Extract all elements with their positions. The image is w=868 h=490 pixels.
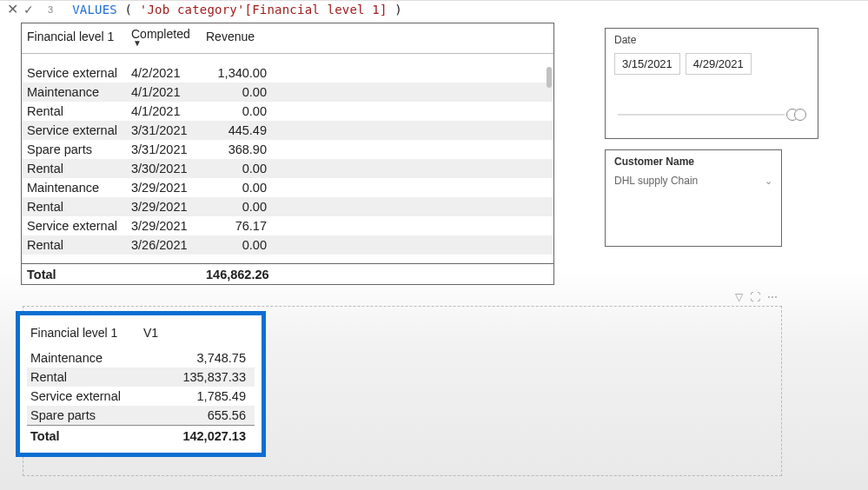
cell-revenue: 0.00 xyxy=(201,235,279,255)
cell-value: 3,748.75 xyxy=(140,348,255,368)
cell-category: Service external xyxy=(22,216,126,235)
cell-value: 655.56 xyxy=(140,406,255,426)
cell-revenue: 76.17 xyxy=(201,216,279,235)
date-slider-track[interactable] xyxy=(618,114,785,116)
table-row[interactable]: Rental3/30/20210.00 xyxy=(22,159,553,178)
summary-total-label: Total xyxy=(27,426,140,447)
cell-date: 3/29/2021 xyxy=(126,197,201,216)
cell-category: Rental xyxy=(22,102,126,121)
focus-mode-icon[interactable]: ⛶ xyxy=(750,291,760,303)
cell-category: Spare parts xyxy=(27,406,140,426)
table-row[interactable]: Rental135,837.33 xyxy=(27,368,255,387)
cell-date: 3/31/2021 xyxy=(126,140,201,159)
cell-date: 4/1/2021 xyxy=(126,102,201,121)
cell-category: Rental xyxy=(22,159,126,178)
summary-table-highlight: Financial level 1 V1 Maintenance3,748.75… xyxy=(16,311,266,457)
customer-slicer[interactable]: Customer Name DHL supply Chain ⌄ xyxy=(605,149,782,247)
table-row[interactable]: Spare parts3/31/2021368.90 xyxy=(22,140,553,159)
cell-value: 135,837.33 xyxy=(140,368,255,387)
cell-category: Rental xyxy=(22,235,126,255)
date-slicer[interactable]: Date 3/15/2021 4/29/2021 xyxy=(605,28,818,139)
formula-line-number: 3 xyxy=(48,4,53,15)
cancel-formula-icon[interactable]: ✕ xyxy=(7,1,18,17)
cell-revenue: 0.00 xyxy=(201,178,279,197)
customer-selected-value: DHL supply Chain xyxy=(614,175,698,187)
table-row[interactable]: Service external3/29/202176.17 xyxy=(22,216,553,235)
cell-revenue: 0.00 xyxy=(201,102,279,121)
filter-icon[interactable]: ▽ xyxy=(735,291,743,303)
summary-col-financial[interactable]: Financial level 1 xyxy=(27,321,140,348)
cell-revenue: 445.49 xyxy=(201,121,279,140)
cell-category: Service external xyxy=(22,63,126,83)
customer-slicer-label: Customer Name xyxy=(614,156,772,168)
cell-date: 3/29/2021 xyxy=(126,216,201,235)
more-options-icon[interactable]: ⋯ xyxy=(767,291,778,303)
date-slider-handle[interactable] xyxy=(786,109,807,122)
cell-category: Rental xyxy=(22,197,126,216)
formula-text[interactable]: VALUES ( 'Job category'[Financial level … xyxy=(72,3,402,17)
detail-table-visual[interactable]: Financial level 1 Completed ▼ Revenue Se… xyxy=(21,23,554,285)
table-row[interactable]: Service external3/31/2021445.49 xyxy=(22,121,553,140)
date-from-input[interactable]: 3/15/2021 xyxy=(614,53,680,75)
col-completed[interactable]: Completed ▼ xyxy=(126,23,201,48)
col-financial-level[interactable]: Financial level 1 xyxy=(22,23,126,48)
cell-date: 4/1/2021 xyxy=(126,83,201,102)
cell-revenue: 0.00 xyxy=(201,197,279,216)
cell-date: 3/30/2021 xyxy=(126,159,201,178)
cell-category: Maintenance xyxy=(22,83,126,102)
table-row[interactable]: Service external4/2/20211,340.00 xyxy=(22,63,553,83)
date-slicer-label: Date xyxy=(614,34,809,46)
sort-desc-icon: ▼ xyxy=(133,41,195,46)
table-row[interactable]: Rental4/1/20210.00 xyxy=(22,102,553,121)
cell-category: Spare parts xyxy=(22,140,126,159)
chevron-down-icon: ⌄ xyxy=(765,175,772,187)
table-row[interactable]: Rental3/26/20210.00 xyxy=(22,235,553,255)
table-row[interactable]: Maintenance3,748.75 xyxy=(27,348,255,368)
table-row[interactable]: Maintenance3/29/20210.00 xyxy=(22,178,553,197)
table-row[interactable]: Rental3/29/20210.00 xyxy=(22,197,553,216)
formula-bar: ✕ ✓ 3 VALUES ( 'Job category'[Financial … xyxy=(0,0,868,17)
cell-category: Maintenance xyxy=(27,348,140,368)
cell-date: 4/2/2021 xyxy=(126,63,201,83)
cell-revenue: 0.00 xyxy=(201,159,279,178)
table-row[interactable]: Maintenance4/1/20210.00 xyxy=(22,83,553,102)
scrollbar[interactable] xyxy=(547,67,552,255)
cell-revenue: 1,340.00 xyxy=(201,63,279,83)
cell-category: Service external xyxy=(27,387,140,406)
cell-category: Maintenance xyxy=(22,178,126,197)
total-label: Total xyxy=(22,264,126,285)
table-row[interactable]: Spare parts655.56 xyxy=(27,406,255,426)
summary-col-v1[interactable]: V1 xyxy=(140,321,255,348)
col-revenue[interactable]: Revenue xyxy=(201,23,279,48)
cell-date: 3/31/2021 xyxy=(126,121,201,140)
cell-category: Rental xyxy=(27,368,140,387)
cell-value: 1,785.49 xyxy=(140,387,255,406)
table-row[interactable]: Service external1,785.49 xyxy=(27,387,255,406)
visual-header-toolbar: ▽ ⛶ ⋯ xyxy=(735,291,778,303)
cell-date: 3/26/2021 xyxy=(126,235,201,255)
summary-total-value: 142,027.13 xyxy=(140,426,255,447)
cell-date: 3/29/2021 xyxy=(126,178,201,197)
commit-formula-icon[interactable]: ✓ xyxy=(23,3,34,17)
date-to-input[interactable]: 4/29/2021 xyxy=(686,53,752,75)
customer-dropdown[interactable]: DHL supply Chain ⌄ xyxy=(614,173,772,189)
total-value: 146,862.26 xyxy=(201,264,279,285)
cell-revenue: 368.90 xyxy=(201,140,279,159)
cell-category: Service external xyxy=(22,121,126,140)
cell-revenue: 0.00 xyxy=(201,83,279,102)
